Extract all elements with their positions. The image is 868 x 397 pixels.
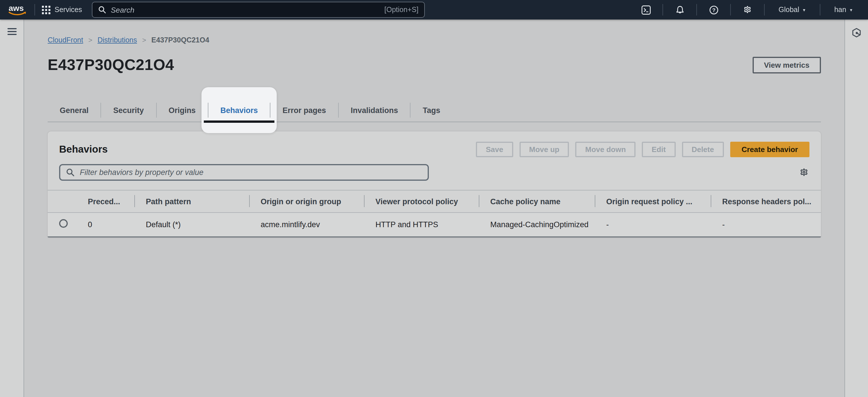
tab-divider [101, 103, 101, 118]
chevron-down-icon: ▼ [849, 8, 853, 12]
cloudshell-terminal-icon [641, 5, 651, 14]
aws-logo-icon: aws [7, 3, 28, 16]
breadcrumb-cloudfront-link[interactable]: CloudFront [48, 36, 83, 44]
create-behavior-button[interactable]: Create behavior [730, 142, 809, 157]
cell-origin-request-policy: - [595, 212, 711, 236]
row-select-radio[interactable] [59, 220, 68, 228]
cell-cache-policy-name: Managed-CachingOptimized [479, 212, 595, 236]
tab-divider [208, 103, 208, 118]
move-down-button[interactable]: Move down [576, 142, 636, 157]
column-header-path-pattern: Path pattern [134, 190, 249, 212]
aws-logo[interactable]: aws [7, 3, 28, 16]
chevron-right-icon: > [88, 36, 92, 44]
gear-icon [742, 5, 753, 15]
column-header-response-headers-policy: Response headers pol... [711, 190, 821, 212]
topbar-divider [764, 4, 765, 15]
amazon-q-hexagon-icon [851, 28, 862, 38]
cell-path-pattern: Default (*) [134, 212, 249, 236]
tab-divider [270, 103, 270, 118]
tab-bar: General Security Origins Behaviors Error… [48, 88, 821, 122]
save-button[interactable]: Save [476, 142, 513, 157]
page-header: E437P30QC21O4 View metrics [48, 56, 821, 74]
right-sidebar-strip [844, 20, 868, 397]
main-content: CloudFront > Distributions > E437P30QC21… [24, 20, 845, 397]
chevron-right-icon: > [142, 36, 146, 44]
account-label: han [834, 6, 846, 14]
region-selector[interactable]: Global ▼ [772, 6, 813, 14]
tab-divider [338, 103, 339, 118]
view-metrics-button[interactable]: View metrics [752, 57, 821, 73]
search-icon [66, 168, 74, 177]
column-header-precedence: Preced... [76, 190, 134, 212]
move-up-button[interactable]: Move up [519, 142, 569, 157]
search-shortcut-hint: [Option+S] [384, 6, 418, 14]
topbar-divider [820, 4, 820, 15]
edit-button[interactable]: Edit [642, 142, 675, 157]
tab-tags[interactable]: Tags [411, 99, 453, 122]
left-sidebar-strip [0, 20, 24, 397]
help-button[interactable]: ? [704, 5, 723, 14]
chevron-down-icon: ▼ [802, 8, 806, 12]
aws-console-page: aws Services [0, 0, 868, 397]
region-label: Global [778, 6, 799, 14]
behaviors-panel-title: Behaviors [59, 143, 107, 156]
services-label: Services [55, 6, 82, 14]
behaviors-table: Preced... Path pattern Origin or origin … [48, 190, 821, 236]
cloudshell-button[interactable] [636, 5, 656, 14]
open-navigation-button[interactable] [7, 28, 17, 35]
services-grid-icon [42, 5, 51, 14]
top-navigation-bar: aws Services [0, 0, 868, 20]
cell-viewer-protocol-policy: HTTP and HTTPS [364, 212, 479, 236]
table-row[interactable]: 0 Default (*) acme.mintlify.dev HTTP and… [48, 212, 821, 236]
help-icon: ? [709, 5, 718, 14]
tab-behaviors[interactable]: Behaviors [208, 99, 270, 122]
gear-icon [799, 167, 809, 178]
breadcrumb-distributions-link[interactable]: Distributions [98, 36, 137, 44]
amazon-q-button[interactable] [851, 28, 862, 38]
table-preferences-button[interactable] [799, 167, 809, 178]
select-column-header [48, 190, 76, 212]
tab-invalidations[interactable]: Invalidations [339, 99, 410, 122]
cell-precedence: 0 [76, 212, 134, 236]
column-header-cache-policy-name: Cache policy name [479, 190, 595, 212]
topbar-divider [696, 4, 697, 15]
notifications-button[interactable] [670, 5, 689, 14]
cell-response-headers-policy: - [711, 212, 821, 236]
tab-divider [156, 103, 156, 118]
tab-general[interactable]: General [48, 99, 101, 122]
search-input[interactable]: Search [Option+S] [92, 2, 425, 18]
breadcrumb-current: E437P30QC21O4 [151, 36, 209, 44]
search-icon [98, 6, 106, 14]
account-menu[interactable]: han ▼ [827, 6, 860, 14]
tab-security[interactable]: Security [101, 99, 156, 122]
tab-error-pages[interactable]: Error pages [270, 99, 338, 122]
services-menu-button[interactable]: Services [42, 5, 82, 14]
bell-icon [675, 5, 685, 14]
filter-placeholder: Filter behaviors by property or value [80, 168, 204, 177]
cell-origin: acme.mintlify.dev [249, 212, 364, 236]
settings-button[interactable] [738, 5, 757, 15]
column-header-origin-request-policy: Origin request policy ... [595, 190, 711, 212]
svg-text:aws: aws [9, 4, 24, 12]
filter-behaviors-input[interactable]: Filter behaviors by property or value [59, 164, 429, 181]
tab-divider [410, 103, 411, 118]
tab-origins[interactable]: Origins [156, 99, 208, 122]
column-header-origin: Origin or origin group [249, 190, 364, 212]
search-placeholder: Search [111, 5, 134, 14]
table-header-row: Preced... Path pattern Origin or origin … [48, 190, 821, 212]
behaviors-panel-header: Behaviors Save Move up Move down Edit De… [48, 131, 821, 157]
topbar-divider [34, 4, 35, 15]
topbar-divider [730, 4, 731, 15]
breadcrumb: CloudFront > Distributions > E437P30QC21… [48, 36, 821, 44]
column-header-viewer-protocol-policy: Viewer protocol policy [364, 190, 479, 212]
delete-button[interactable]: Delete [682, 142, 724, 157]
behaviors-actions: Save Move up Move down Edit Delete Creat… [476, 142, 810, 157]
filter-row: Filter behaviors by property or value [48, 157, 821, 181]
svg-text:?: ? [712, 7, 715, 13]
page-title: E437P30QC21O4 [48, 56, 174, 74]
topbar-divider [662, 4, 663, 15]
behaviors-panel: Behaviors Save Move up Move down Edit De… [48, 131, 821, 237]
